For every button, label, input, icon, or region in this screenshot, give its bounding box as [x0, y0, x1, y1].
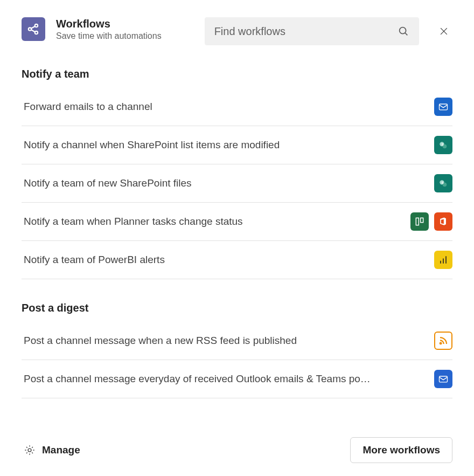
- rss-icon: [434, 332, 452, 350]
- footer: Manage More workflows: [22, 426, 452, 463]
- page-subtitle: Save time with automations: [56, 31, 162, 41]
- svg-text:S: S: [442, 143, 444, 146]
- workflow-label: Notify a team of new SharePoint files: [24, 177, 434, 189]
- svg-point-23: [28, 449, 31, 452]
- search-icon: [398, 25, 409, 37]
- svg-point-5: [400, 27, 406, 34]
- svg-point-0: [29, 27, 31, 30]
- sharepoint-icon: S: [434, 136, 452, 154]
- more-workflows-button[interactable]: More workflows: [350, 437, 452, 463]
- svg-point-2: [35, 31, 38, 34]
- section-notify-a-team: Notify a team Forward emails to a channe…: [22, 68, 452, 279]
- manage-label: Manage: [42, 444, 80, 456]
- workflow-label: Post a channel message when a new RSS fe…: [24, 335, 434, 347]
- manage-button[interactable]: Manage: [22, 440, 82, 460]
- svg-line-3: [31, 26, 35, 29]
- powerbi-icon: [434, 251, 452, 269]
- workflow-item[interactable]: Notify a channel when SharePoint list it…: [22, 126, 452, 164]
- svg-rect-16: [416, 218, 419, 225]
- workflow-item[interactable]: Forward emails to a channel: [22, 88, 452, 126]
- close-button[interactable]: [435, 23, 452, 40]
- workflow-item[interactable]: Notify a team of new SharePoint files S: [22, 164, 452, 203]
- planner-icon: [410, 212, 429, 231]
- title-block: Workflows Save time with automations: [56, 17, 162, 41]
- search-input[interactable]: [214, 25, 398, 38]
- workflow-item[interactable]: Notify a team of PowerBI alerts: [22, 241, 452, 279]
- section-title: Post a digest: [22, 302, 452, 314]
- workflow-label: Post a channel message everyday of recei…: [24, 373, 434, 385]
- workflow-item[interactable]: Notify a team when Planner tasks change …: [22, 203, 452, 241]
- gear-icon: [24, 444, 36, 456]
- workflow-item[interactable]: Post a channel message when a new RSS fe…: [22, 322, 452, 360]
- header: Workflows Save time with automations: [22, 17, 452, 45]
- workflow-label: Notify a team of PowerBI alerts: [24, 254, 434, 266]
- svg-line-6: [405, 33, 407, 35]
- close-icon: [438, 26, 449, 37]
- office-icon: [434, 212, 452, 231]
- workflow-item[interactable]: Post a channel message everyday of recei…: [22, 360, 452, 398]
- workflow-label: Notify a channel when SharePoint list it…: [24, 139, 434, 151]
- workflow-label: Forward emails to a channel: [24, 101, 434, 113]
- svg-point-1: [35, 24, 38, 27]
- svg-line-4: [31, 30, 35, 32]
- svg-rect-17: [421, 218, 423, 222]
- svg-rect-22: [440, 376, 448, 382]
- workflow-label: Notify a team when Planner tasks change …: [24, 216, 410, 227]
- svg-rect-9: [440, 104, 448, 110]
- workflows-app-icon: [22, 17, 45, 41]
- page-title: Workflows: [56, 17, 162, 30]
- sharepoint-icon: S: [434, 174, 452, 192]
- search-field[interactable]: [205, 17, 419, 45]
- workflow-list: Notify a team Forward emails to a channe…: [22, 68, 452, 426]
- outlook-icon: [434, 370, 452, 388]
- outlook-icon: [434, 98, 452, 116]
- svg-text:S: S: [442, 181, 444, 184]
- svg-point-21: [440, 343, 442, 344]
- section-title: Notify a team: [22, 68, 452, 80]
- section-post-a-digest: Post a digest Post a channel message whe…: [22, 302, 452, 398]
